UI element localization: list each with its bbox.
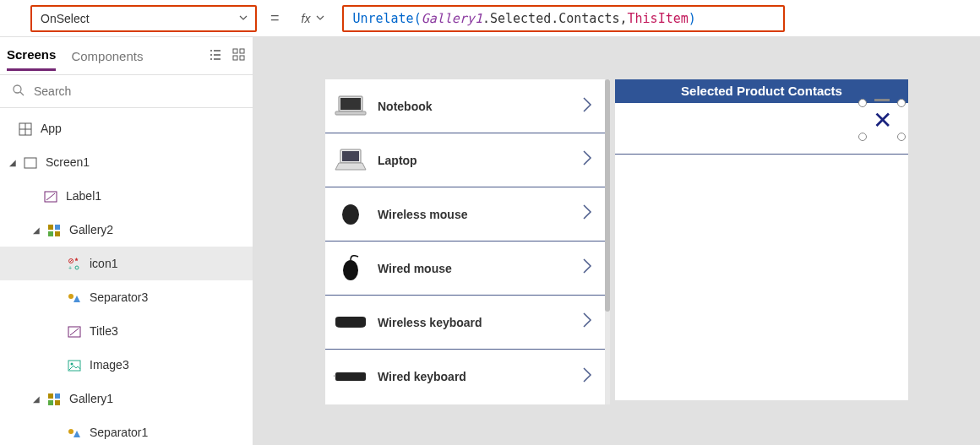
- caret-down-icon[interactable]: ◢: [7, 158, 19, 167]
- separator-icon: [66, 425, 83, 439]
- list-item[interactable]: Wireless keyboard: [325, 296, 605, 350]
- separator-icon: [66, 290, 83, 304]
- fx-button[interactable]: fx: [293, 12, 335, 25]
- selection-handle[interactable]: [858, 133, 867, 141]
- tree-node-label: Image3: [90, 358, 129, 372]
- svg-point-18: [68, 294, 74, 299]
- list-view-icon[interactable]: [209, 48, 222, 64]
- formula-token-close: ): [689, 11, 696, 26]
- tree-node-screen1[interactable]: ◢ Screen1: [0, 145, 253, 179]
- search-input[interactable]: [34, 84, 241, 98]
- svg-rect-1: [240, 49, 244, 53]
- svg-rect-14: [55, 231, 60, 236]
- contacts-body[interactable]: [615, 103, 908, 400]
- tab-components[interactable]: Components: [71, 42, 143, 70]
- tree-node-label: Screen1: [46, 155, 90, 169]
- product-name: Wired keyboard: [378, 370, 581, 383]
- list-item[interactable]: Notebook: [325, 79, 605, 133]
- tree-node-label: Title3: [90, 324, 118, 338]
- svg-rect-23: [55, 393, 60, 399]
- panel-tabs: Screens Components: [0, 37, 253, 74]
- caret-down-icon[interactable]: ◢: [30, 225, 42, 235]
- selection-handle[interactable]: [858, 99, 867, 107]
- svg-rect-34: [335, 372, 366, 381]
- product-thumb: [332, 88, 369, 125]
- product-thumb: [332, 250, 369, 287]
- tree-node-title3[interactable]: Title3: [0, 314, 253, 348]
- svg-rect-22: [48, 393, 53, 399]
- svg-rect-29: [335, 111, 366, 115]
- tree-node-label1[interactable]: Label1: [0, 179, 253, 213]
- chevron-down-icon: [238, 12, 248, 25]
- svg-point-32: [342, 204, 359, 225]
- chevron-right-icon[interactable]: [581, 311, 598, 334]
- tab-label: Screens: [7, 47, 56, 62]
- tab-label: Components: [71, 49, 143, 63]
- product-name: Laptop: [378, 154, 581, 167]
- tree-view: App ◢ Screen1 Label1 ◢ Gallery2 + icon1: [0, 108, 253, 445]
- formula-token-path: .Selected.Contacts: [482, 11, 620, 26]
- formula-token-ident: Gallery1: [422, 11, 482, 26]
- chevron-right-icon[interactable]: [581, 366, 598, 388]
- selection-handle[interactable]: [897, 99, 906, 107]
- row-separator: [615, 154, 908, 155]
- svg-rect-11: [48, 225, 53, 230]
- product-thumb: [332, 304, 369, 341]
- svg-rect-0: [233, 49, 237, 53]
- property-dropdown-value: OnSelect: [41, 12, 90, 25]
- svg-rect-24: [48, 400, 53, 405]
- scrollbar-thumb[interactable]: [605, 79, 610, 312]
- selection-handle[interactable]: [897, 133, 906, 141]
- svg-rect-31: [342, 151, 359, 161]
- canvas-stage: Notebook Laptop Wireless mouse Wired mou…: [325, 79, 908, 404]
- formula-token-func: Unrelate: [352, 11, 413, 26]
- equals-label: =: [265, 9, 285, 27]
- svg-rect-13: [48, 231, 53, 236]
- chevron-right-icon[interactable]: [581, 149, 598, 171]
- tree-node-gallery1[interactable]: ◢ Gallery1: [0, 382, 253, 415]
- list-item[interactable]: Wireless mouse: [325, 187, 605, 241]
- tree-node-separator1[interactable]: Separator1: [0, 415, 253, 445]
- formula-toolbar: OnSelect = fx Unrelate ( Gallery1 .Selec…: [0, 0, 980, 37]
- list-item[interactable]: Wired mouse: [325, 241, 605, 296]
- label-icon: [66, 323, 83, 338]
- caret-down-icon[interactable]: ◢: [30, 394, 42, 404]
- icons-icon: +: [66, 256, 83, 270]
- tree-node-label: Label1: [66, 189, 101, 203]
- selected-icon[interactable]: ✕: [863, 103, 901, 137]
- tree-node-gallery2[interactable]: ◢ Gallery2: [0, 213, 253, 247]
- tree-node-label: App: [41, 122, 62, 135]
- svg-point-33: [343, 260, 358, 280]
- tree-node-icon1[interactable]: + icon1: [0, 247, 253, 280]
- tab-screens[interactable]: Screens: [7, 41, 56, 71]
- tree-node-app[interactable]: App: [0, 111, 253, 145]
- grid-view-icon[interactable]: [232, 48, 246, 64]
- tree-node-separator3[interactable]: Separator3: [0, 280, 253, 314]
- close-icon[interactable]: ✕: [873, 106, 892, 134]
- tree-node-label: Separator3: [90, 290, 148, 304]
- svg-rect-3: [240, 56, 244, 60]
- product-gallery[interactable]: Notebook Laptop Wireless mouse Wired mou…: [325, 79, 605, 404]
- chevron-right-icon[interactable]: [581, 203, 598, 225]
- property-dropdown[interactable]: OnSelect: [30, 5, 257, 32]
- list-item[interactable]: Laptop: [325, 133, 605, 187]
- svg-line-16: [69, 259, 72, 262]
- product-name: Notebook: [378, 100, 581, 113]
- chevron-down-icon: [315, 12, 325, 25]
- tree-panel: Screens Components App ◢ Screen1: [0, 37, 253, 445]
- canvas-area[interactable]: Notebook Laptop Wireless mouse Wired mou…: [253, 37, 980, 445]
- screen-icon: [22, 155, 39, 169]
- svg-rect-9: [24, 158, 36, 168]
- formula-token-open: (: [414, 11, 422, 26]
- tree-node-image3[interactable]: Image3: [0, 348, 253, 382]
- image-icon: [66, 357, 83, 372]
- scrollbar-track[interactable]: [605, 79, 610, 404]
- list-item[interactable]: Wired keyboard: [325, 350, 605, 404]
- product-name: Wired mouse: [378, 262, 581, 275]
- chevron-right-icon[interactable]: [581, 95, 598, 118]
- app-icon: [17, 121, 34, 135]
- chevron-right-icon[interactable]: [581, 257, 598, 279]
- svg-rect-25: [55, 400, 60, 405]
- formula-input[interactable]: Unrelate ( Gallery1 .Selected.Contacts ,…: [342, 5, 785, 32]
- svg-rect-2: [233, 56, 237, 60]
